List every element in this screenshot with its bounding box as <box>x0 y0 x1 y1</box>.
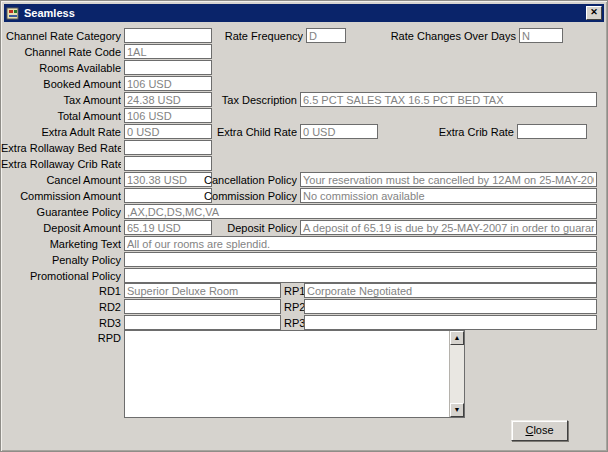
rooms-available-label: Rooms Available <box>1 61 121 75</box>
commission-policy-field[interactable] <box>300 188 597 203</box>
guarantee-policy-label: Guarantee Policy <box>1 205 121 219</box>
booked-amount-field[interactable] <box>124 76 212 91</box>
penalty-policy-label: Penalty Policy <box>1 253 121 267</box>
tax-description-field[interactable] <box>300 92 597 107</box>
cancellation-policy-field[interactable] <box>300 172 597 187</box>
scroll-up-icon: ▲ <box>454 334 461 341</box>
close-button[interactable]: Close <box>511 420 568 441</box>
deposit-policy-field[interactable] <box>300 220 597 235</box>
app-icon <box>6 6 20 20</box>
cancel-amount-label: Cancel Amount <box>1 173 121 187</box>
booked-amount-label: Booked Amount <box>1 77 121 91</box>
extra-adult-rate-label: Extra Adult Rate <box>1 125 121 139</box>
tax-amount-label: Tax Amount <box>1 93 121 107</box>
rpd-scrollbar[interactable]: ▲ ▼ <box>449 331 464 417</box>
total-amount-label: Total Amount <box>1 109 121 123</box>
promotional-policy-field[interactable] <box>124 268 597 283</box>
scroll-up-button[interactable]: ▲ <box>450 331 464 345</box>
window-close-button[interactable]: ✕ <box>586 6 602 20</box>
extra-rollaway-bed-rate-label: Extra Rollaway Bed Rate <box>1 141 121 155</box>
guarantee-policy-field[interactable] <box>124 204 597 219</box>
rd1-label: RD1 <box>1 284 121 298</box>
extra-rollaway-crib-rate-label: Extra Rollaway Crib Rate <box>1 157 121 171</box>
rooms-available-field[interactable] <box>124 60 212 75</box>
tax-description-label: Tax Description <box>181 93 297 107</box>
rp3-label: RP3 <box>284 316 304 330</box>
rate-frequency-label: Rate Frequency <box>181 29 303 43</box>
window-title: Seamless <box>24 7 75 19</box>
rd3-field[interactable] <box>124 315 281 330</box>
rp1-label: RP1 <box>284 284 304 298</box>
rp2-label: RP2 <box>284 300 304 314</box>
deposit-amount-label: Deposit Amount <box>1 221 121 235</box>
rp2-field[interactable] <box>304 299 597 314</box>
rp1-field[interactable] <box>304 283 597 298</box>
extra-child-rate-label: Extra Child Rate <box>181 125 297 139</box>
channel-rate-code-label: Channel Rate Code <box>1 45 121 59</box>
extra-rollaway-bed-rate-field[interactable] <box>124 140 212 155</box>
commission-amount-label: Commission Amount <box>1 189 121 203</box>
rate-changes-over-days-label: Rate Changes Over Days <box>331 29 516 43</box>
channel-rate-category-label: Channel Rate Category <box>1 29 121 43</box>
cancellation-policy-label: Cancellation Policy <box>181 173 297 187</box>
channel-rate-code-field[interactable] <box>124 44 212 59</box>
total-amount-field[interactable] <box>124 108 212 123</box>
rp3-field[interactable] <box>304 315 597 330</box>
scroll-down-icon: ▼ <box>454 406 461 413</box>
rpd-label: RPD <box>1 331 121 345</box>
rd3-label: RD3 <box>1 316 121 330</box>
seamless-window: Seamless ✕ Channel Rate Category Rate Fr… <box>0 0 608 452</box>
marketing-text-label: Marketing Text <box>1 237 121 251</box>
commission-policy-label: Commission Policy <box>181 189 297 203</box>
extra-child-rate-field[interactable] <box>300 124 378 139</box>
extra-crib-rate-field[interactable] <box>517 124 587 139</box>
title-bar: Seamless ✕ <box>4 4 604 22</box>
rd2-label: RD2 <box>1 300 121 314</box>
rate-changes-over-days-field[interactable] <box>519 28 563 43</box>
close-icon: ✕ <box>590 7 598 17</box>
promotional-policy-label: Promotional Policy <box>1 269 121 283</box>
scroll-down-button[interactable]: ▼ <box>450 403 464 417</box>
penalty-policy-field[interactable] <box>124 252 597 267</box>
rd1-field[interactable] <box>124 283 281 298</box>
marketing-text-field[interactable] <box>124 236 597 251</box>
rpd-textarea[interactable]: ▲ ▼ <box>124 330 465 418</box>
extra-crib-rate-label: Extra Crib Rate <box>401 125 514 139</box>
rd2-field[interactable] <box>124 299 281 314</box>
close-button-label: lose <box>533 424 553 436</box>
deposit-policy-label: Deposit Policy <box>181 221 297 235</box>
extra-rollaway-crib-rate-field[interactable] <box>124 156 212 171</box>
